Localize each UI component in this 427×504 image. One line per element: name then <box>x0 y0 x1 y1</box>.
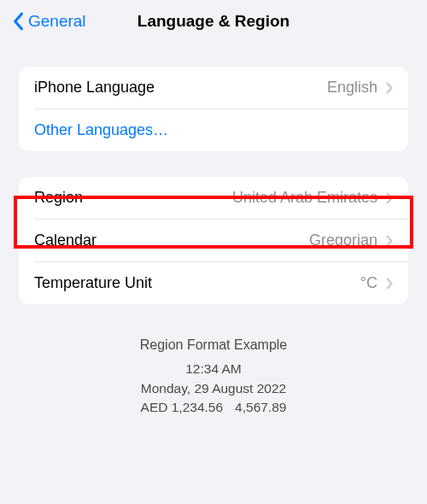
format-example-time: 12:34 AM <box>0 360 427 378</box>
calendar-row[interactable]: Calendar Gregorian <box>19 220 408 261</box>
region-row[interactable]: Region United Arab Emirates <box>19 177 408 219</box>
language-group: iPhone Language English Other Languages… <box>19 67 408 151</box>
chevron-right-icon <box>386 82 393 94</box>
chevron-right-icon <box>386 235 393 247</box>
region-value: United Arab Emirates <box>232 189 377 207</box>
temperature-row[interactable]: Temperature Unit °C <box>19 262 408 304</box>
format-example-number: 4,567.89 <box>235 400 286 414</box>
chevron-right-icon <box>386 192 393 204</box>
row-right: °C <box>360 274 393 292</box>
format-example-date: Monday, 29 August 2022 <box>0 379 427 398</box>
row-right: Gregorian <box>309 231 393 249</box>
calendar-label: Calendar <box>34 231 97 249</box>
row-right: English <box>327 79 393 97</box>
back-button[interactable]: General <box>12 12 86 31</box>
temperature-label: Temperature Unit <box>34 274 152 292</box>
chevron-left-icon <box>12 12 24 31</box>
other-languages-label: Other Languages… <box>34 121 168 139</box>
temperature-value: °C <box>360 274 377 292</box>
format-example-currency: AED 1,234.56 <box>141 400 224 414</box>
nav-header: General Language & Region <box>0 0 427 43</box>
row-right: United Arab Emirates <box>232 189 393 207</box>
iphone-language-value: English <box>327 79 377 97</box>
region-group: Region United Arab Emirates Calendar Gre… <box>19 177 408 304</box>
region-label: Region <box>34 189 83 207</box>
iphone-language-label: iPhone Language <box>34 79 155 97</box>
format-example-numbers: AED 1,234.564,567.89 <box>0 398 427 417</box>
region-format-example: Region Format Example 12:34 AM Monday, 2… <box>0 335 427 418</box>
calendar-value: Gregorian <box>309 231 377 249</box>
back-label: General <box>28 12 86 31</box>
other-languages-row[interactable]: Other Languages… <box>19 109 408 151</box>
chevron-right-icon <box>386 278 393 290</box>
format-example-title: Region Format Example <box>0 335 427 355</box>
iphone-language-row[interactable]: iPhone Language English <box>19 67 408 108</box>
